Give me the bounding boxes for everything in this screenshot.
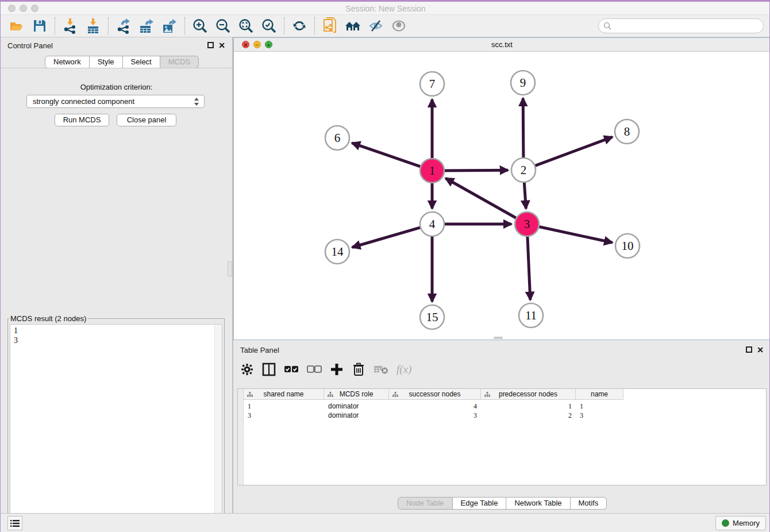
tab-mcds[interactable]: MCDS: [160, 56, 199, 68]
open-file-button[interactable]: [5, 17, 28, 35]
edge-1-6[interactable]: [352, 143, 421, 167]
import-table-icon: [86, 18, 101, 34]
run-mcds-button[interactable]: Run MCDS: [55, 114, 109, 126]
float-panel-icon[interactable]: [207, 42, 214, 48]
edge-4-14[interactable]: [352, 228, 421, 248]
canvas-scroll-hint[interactable]: [494, 337, 503, 339]
criterion-select[interactable]: strongly connected component: [26, 95, 205, 108]
network-canvas[interactable]: 7968124314101511: [234, 52, 770, 340]
node-label: 3: [524, 217, 530, 231]
edge-2-8[interactable]: [535, 137, 613, 165]
delete-table-button[interactable]: [374, 362, 388, 377]
cell-mcds-role[interactable]: dominator: [324, 402, 389, 411]
show-columns-button[interactable]: [262, 362, 276, 377]
export-network-button[interactable]: [112, 17, 135, 35]
cell-predecessor-nodes[interactable]: 2: [481, 411, 576, 420]
tab-motifs[interactable]: Motifs: [571, 497, 607, 510]
column-label: name: [591, 390, 608, 398]
graph-node-15[interactable]: 15: [420, 305, 444, 329]
column-label: MCDS role: [340, 390, 374, 398]
zoom-out-button[interactable]: [211, 17, 234, 35]
cell-mcds-role[interactable]: dominator: [324, 411, 389, 420]
import-network-button[interactable]: [59, 17, 82, 35]
close-panel-icon[interactable]: ✕: [218, 41, 225, 50]
select-all-columns-button[interactable]: [284, 362, 299, 377]
export-table-button[interactable]: [135, 17, 158, 35]
toolbar-separator: [184, 17, 185, 34]
edge-3-10[interactable]: [539, 227, 613, 243]
save-session-button[interactable]: [28, 17, 51, 35]
task-history-button[interactable]: [7, 516, 22, 530]
graph-node-7[interactable]: 7: [420, 72, 444, 96]
result-scrollbar[interactable]: [214, 325, 222, 526]
node-label: 11: [525, 309, 537, 322]
column-header-name[interactable]: name: [576, 389, 623, 400]
cell-predecessor-nodes[interactable]: 1: [481, 402, 576, 411]
graph-node-9[interactable]: 9: [511, 71, 535, 95]
close-panel-button[interactable]: Close panel: [117, 114, 176, 126]
new-network-from-selection-button[interactable]: [318, 17, 341, 35]
function-builder-button[interactable]: f(x): [396, 362, 411, 377]
graph-node-10[interactable]: 10: [615, 234, 640, 258]
select-all-columns-icon: [284, 365, 299, 373]
first-neighbors-button[interactable]: [341, 17, 364, 35]
criterion-value: strongly connected component: [33, 97, 134, 106]
tab-network[interactable]: Network: [45, 56, 90, 68]
tab-node-table[interactable]: Node Table: [398, 497, 453, 510]
add-column-button[interactable]: [330, 362, 344, 377]
tab-network-table[interactable]: Network Table: [506, 497, 570, 510]
edge-2-3[interactable]: [524, 182, 526, 209]
cell-name[interactable]: 1: [576, 402, 623, 411]
table-toolbar: f(x): [240, 357, 411, 382]
float-table-panel-icon[interactable]: [746, 346, 752, 353]
zoom-in-icon: [192, 18, 208, 34]
zoom-in-button[interactable]: [188, 17, 211, 35]
graph-node-11[interactable]: 11: [519, 303, 543, 327]
graph-node-1[interactable]: 1: [420, 159, 444, 183]
search-input[interactable]: [598, 18, 764, 33]
column-header-predecessor-nodes[interactable]: predecessor nodes: [481, 389, 576, 400]
column-header-successor-nodes[interactable]: successor nodes: [389, 389, 481, 400]
cell-name[interactable]: 3: [576, 411, 623, 420]
refresh-button[interactable]: [288, 17, 311, 35]
mcds-result-list[interactable]: 1 3: [10, 324, 222, 526]
cell-shared-name[interactable]: 3: [244, 411, 324, 420]
memory-button[interactable]: Memory: [715, 516, 766, 530]
edge-3-1[interactable]: [446, 178, 517, 218]
export-image-button[interactable]: [158, 17, 181, 35]
graph-node-14[interactable]: 14: [325, 240, 349, 264]
column-header-shared-name[interactable]: shared name: [244, 389, 324, 400]
graph-node-8[interactable]: 8: [615, 119, 639, 144]
close-table-panel-icon[interactable]: ✕: [757, 345, 764, 354]
table-row[interactable]: 1 dominator 4 1 1: [244, 402, 623, 411]
edge-1-2[interactable]: [444, 170, 508, 171]
delete-columns-button[interactable]: [352, 362, 365, 377]
cell-successor-nodes[interactable]: 4: [389, 402, 481, 411]
table-options-button[interactable]: [240, 362, 254, 377]
table-header-row: shared name MCDS role successor nodes pr…: [244, 389, 623, 400]
graph-node-3[interactable]: 3: [515, 212, 539, 236]
hide-selected-button[interactable]: [364, 17, 387, 35]
import-table-button[interactable]: [82, 17, 105, 35]
cell-successor-nodes[interactable]: 3: [389, 411, 481, 420]
unselect-all-columns-button[interactable]: [307, 362, 322, 377]
cell-shared-name[interactable]: 1: [244, 402, 324, 411]
tab-edge-table[interactable]: Edge Table: [453, 497, 507, 510]
zoom-fit-button[interactable]: [234, 17, 257, 35]
table-row[interactable]: 3 dominator 3 2 3: [244, 411, 623, 420]
splitter-grip[interactable]: [228, 261, 232, 276]
memory-label: Memory: [733, 519, 760, 527]
tab-style[interactable]: Style: [90, 56, 123, 68]
column-header-mcds-role[interactable]: MCDS role: [324, 389, 389, 400]
graph-node-6[interactable]: 6: [325, 126, 349, 150]
toolbar-separator: [314, 17, 315, 34]
zoom-selected-button[interactable]: [257, 17, 280, 35]
show-all-button[interactable]: [387, 17, 410, 35]
node-label: 6: [334, 131, 341, 145]
edge-3-11[interactable]: [528, 236, 530, 300]
graph-node-4[interactable]: 4: [420, 212, 444, 236]
graph-node-2[interactable]: 2: [511, 158, 536, 182]
node-label: 8: [624, 125, 630, 138]
edge-2-9[interactable]: [523, 98, 523, 158]
tab-select[interactable]: Select: [123, 56, 160, 68]
